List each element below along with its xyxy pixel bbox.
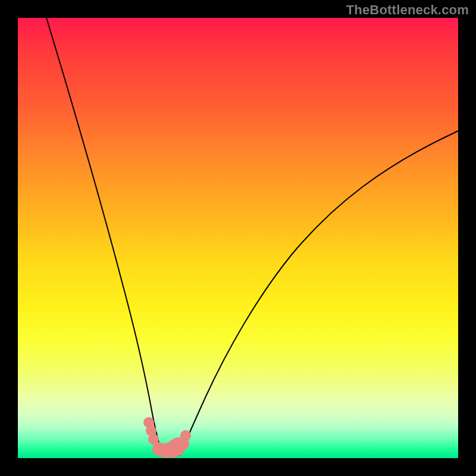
left-curve: [46, 18, 162, 455]
highlight-blob: [143, 417, 191, 458]
chart-plot-area: [18, 18, 458, 458]
chart-svg: [18, 18, 458, 458]
right-curve: [180, 131, 458, 456]
watermark-text: TheBottleneck.com: [346, 2, 469, 18]
svg-point-8: [180, 430, 191, 441]
